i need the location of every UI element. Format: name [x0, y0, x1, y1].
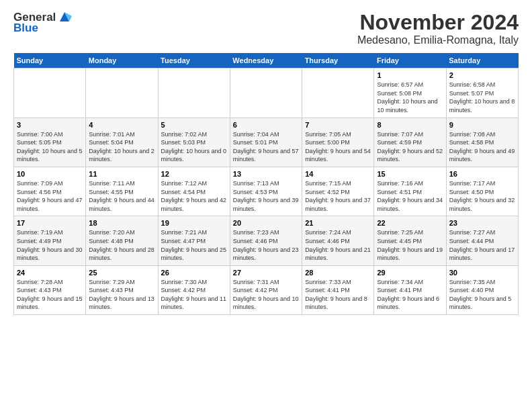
day-info: Sunrise: 6:58 AM Sunset: 5:07 PM Dayligh… [449, 81, 515, 113]
header-row: Sunday Monday Tuesday Wednesday Thursday… [14, 53, 519, 68]
col-thursday: Thursday [302, 53, 374, 68]
day-number: 2 [449, 71, 515, 79]
day-cell: 13Sunrise: 7:13 AM Sunset: 4:53 PM Dayli… [230, 167, 302, 216]
day-number: 3 [17, 121, 83, 129]
month-title: November 2024 [357, 11, 519, 34]
day-number: 28 [305, 269, 371, 277]
day-cell: 9Sunrise: 7:08 AM Sunset: 4:58 PM Daylig… [446, 118, 518, 167]
day-info: Sunrise: 7:04 AM Sunset: 5:01 PM Dayligh… [233, 131, 299, 163]
title-section: November 2024 Medesano, Emilia-Romagna, … [357, 11, 519, 46]
day-cell [14, 68, 86, 118]
day-number: 22 [377, 219, 443, 227]
day-cell: 14Sunrise: 7:15 AM Sunset: 4:52 PM Dayli… [302, 167, 374, 216]
day-number: 10 [17, 170, 83, 178]
day-number: 20 [233, 219, 299, 227]
day-info: Sunrise: 6:57 AM Sunset: 5:08 PM Dayligh… [377, 81, 437, 113]
day-cell: 25Sunrise: 7:29 AM Sunset: 4:43 PM Dayli… [86, 265, 158, 314]
day-number: 11 [89, 170, 154, 178]
day-info: Sunrise: 7:13 AM Sunset: 4:53 PM Dayligh… [233, 180, 299, 212]
day-number: 23 [449, 219, 515, 227]
header: General Blue November 2024 Medesano, Emi… [13, 11, 519, 46]
day-info: Sunrise: 7:11 AM Sunset: 4:55 PM Dayligh… [89, 180, 154, 212]
day-cell: 7Sunrise: 7:05 AM Sunset: 5:00 PM Daylig… [302, 118, 374, 167]
day-cell: 23Sunrise: 7:27 AM Sunset: 4:44 PM Dayli… [446, 216, 518, 265]
day-info: Sunrise: 7:27 AM Sunset: 4:44 PM Dayligh… [449, 229, 515, 261]
week-row-3: 17Sunrise: 7:19 AM Sunset: 4:49 PM Dayli… [14, 216, 519, 265]
day-cell: 2Sunrise: 6:58 AM Sunset: 5:07 PM Daylig… [446, 68, 518, 118]
day-number: 13 [233, 170, 299, 178]
day-cell: 21Sunrise: 7:24 AM Sunset: 4:46 PM Dayli… [302, 216, 374, 265]
page: General Blue November 2024 Medesano, Emi… [0, 0, 532, 322]
day-info: Sunrise: 7:17 AM Sunset: 4:50 PM Dayligh… [449, 180, 515, 212]
day-cell: 12Sunrise: 7:12 AM Sunset: 4:54 PM Dayli… [158, 167, 230, 216]
day-info: Sunrise: 7:35 AM Sunset: 4:40 PM Dayligh… [449, 279, 512, 311]
location-title: Medesano, Emilia-Romagna, Italy [357, 34, 519, 46]
col-saturday: Saturday [446, 53, 518, 68]
day-number: 27 [233, 269, 299, 277]
day-info: Sunrise: 7:00 AM Sunset: 5:05 PM Dayligh… [17, 131, 83, 163]
day-info: Sunrise: 7:21 AM Sunset: 4:47 PM Dayligh… [161, 229, 227, 261]
day-cell: 20Sunrise: 7:23 AM Sunset: 4:46 PM Dayli… [230, 216, 302, 265]
day-cell: 3Sunrise: 7:00 AM Sunset: 5:05 PM Daylig… [14, 118, 86, 167]
day-info: Sunrise: 7:02 AM Sunset: 5:03 PM Dayligh… [161, 131, 227, 163]
day-info: Sunrise: 7:15 AM Sunset: 4:52 PM Dayligh… [305, 180, 371, 212]
day-cell: 18Sunrise: 7:20 AM Sunset: 4:48 PM Dayli… [86, 216, 158, 265]
day-info: Sunrise: 7:12 AM Sunset: 4:54 PM Dayligh… [161, 180, 227, 212]
day-number: 5 [161, 121, 227, 129]
day-number: 30 [449, 269, 515, 277]
day-number: 14 [305, 170, 371, 178]
day-cell: 6Sunrise: 7:04 AM Sunset: 5:01 PM Daylig… [230, 118, 302, 167]
day-cell: 16Sunrise: 7:17 AM Sunset: 4:50 PM Dayli… [446, 167, 518, 216]
day-cell [158, 68, 230, 118]
day-cell [230, 68, 302, 118]
day-info: Sunrise: 7:30 AM Sunset: 4:42 PM Dayligh… [161, 279, 227, 311]
day-cell: 19Sunrise: 7:21 AM Sunset: 4:47 PM Dayli… [158, 216, 230, 265]
logo-icon [57, 9, 72, 24]
day-number: 4 [89, 121, 154, 129]
week-row-4: 24Sunrise: 7:28 AM Sunset: 4:43 PM Dayli… [14, 265, 519, 314]
day-cell: 26Sunrise: 7:30 AM Sunset: 4:42 PM Dayli… [158, 265, 230, 314]
day-cell: 27Sunrise: 7:31 AM Sunset: 4:42 PM Dayli… [230, 265, 302, 314]
day-number: 25 [89, 269, 154, 277]
day-info: Sunrise: 7:07 AM Sunset: 4:59 PM Dayligh… [377, 131, 443, 163]
day-number: 21 [305, 219, 371, 227]
calendar-table: Sunday Monday Tuesday Wednesday Thursday… [13, 53, 519, 315]
col-sunday: Sunday [14, 53, 86, 68]
day-cell [86, 68, 158, 118]
day-cell: 24Sunrise: 7:28 AM Sunset: 4:43 PM Dayli… [14, 265, 86, 314]
day-number: 17 [17, 219, 83, 227]
day-number: 12 [161, 170, 227, 178]
day-number: 26 [161, 269, 227, 277]
col-friday: Friday [374, 53, 446, 68]
day-info: Sunrise: 7:28 AM Sunset: 4:43 PM Dayligh… [17, 279, 83, 311]
day-info: Sunrise: 7:05 AM Sunset: 5:00 PM Dayligh… [305, 131, 371, 163]
day-cell: 11Sunrise: 7:11 AM Sunset: 4:55 PM Dayli… [86, 167, 158, 216]
day-info: Sunrise: 7:34 AM Sunset: 4:41 PM Dayligh… [377, 279, 439, 311]
day-info: Sunrise: 7:25 AM Sunset: 4:45 PM Dayligh… [377, 229, 443, 261]
day-info: Sunrise: 7:09 AM Sunset: 4:56 PM Dayligh… [17, 180, 83, 212]
day-number: 7 [305, 121, 371, 129]
day-number: 1 [377, 71, 443, 79]
logo-blue: Blue [13, 21, 38, 35]
col-wednesday: Wednesday [230, 53, 302, 68]
day-cell: 28Sunrise: 7:33 AM Sunset: 4:41 PM Dayli… [302, 265, 374, 314]
day-info: Sunrise: 7:29 AM Sunset: 4:43 PM Dayligh… [89, 279, 154, 311]
day-cell: 17Sunrise: 7:19 AM Sunset: 4:49 PM Dayli… [14, 216, 86, 265]
day-cell: 1Sunrise: 6:57 AM Sunset: 5:08 PM Daylig… [374, 68, 446, 118]
day-info: Sunrise: 7:31 AM Sunset: 4:42 PM Dayligh… [233, 279, 299, 311]
day-info: Sunrise: 7:20 AM Sunset: 4:48 PM Dayligh… [89, 229, 154, 261]
day-cell: 8Sunrise: 7:07 AM Sunset: 4:59 PM Daylig… [374, 118, 446, 167]
day-info: Sunrise: 7:23 AM Sunset: 4:46 PM Dayligh… [233, 229, 299, 261]
day-cell [302, 68, 374, 118]
day-cell: 15Sunrise: 7:16 AM Sunset: 4:51 PM Dayli… [374, 167, 446, 216]
day-info: Sunrise: 7:08 AM Sunset: 4:58 PM Dayligh… [449, 131, 515, 163]
day-number: 29 [377, 269, 443, 277]
day-info: Sunrise: 7:24 AM Sunset: 4:46 PM Dayligh… [305, 229, 371, 261]
col-tuesday: Tuesday [158, 53, 230, 68]
day-number: 8 [377, 121, 443, 129]
day-info: Sunrise: 7:16 AM Sunset: 4:51 PM Dayligh… [377, 180, 443, 212]
day-cell: 10Sunrise: 7:09 AM Sunset: 4:56 PM Dayli… [14, 167, 86, 216]
col-monday: Monday [86, 53, 158, 68]
day-number: 18 [89, 219, 154, 227]
week-row-0: 1Sunrise: 6:57 AM Sunset: 5:08 PM Daylig… [14, 68, 519, 118]
